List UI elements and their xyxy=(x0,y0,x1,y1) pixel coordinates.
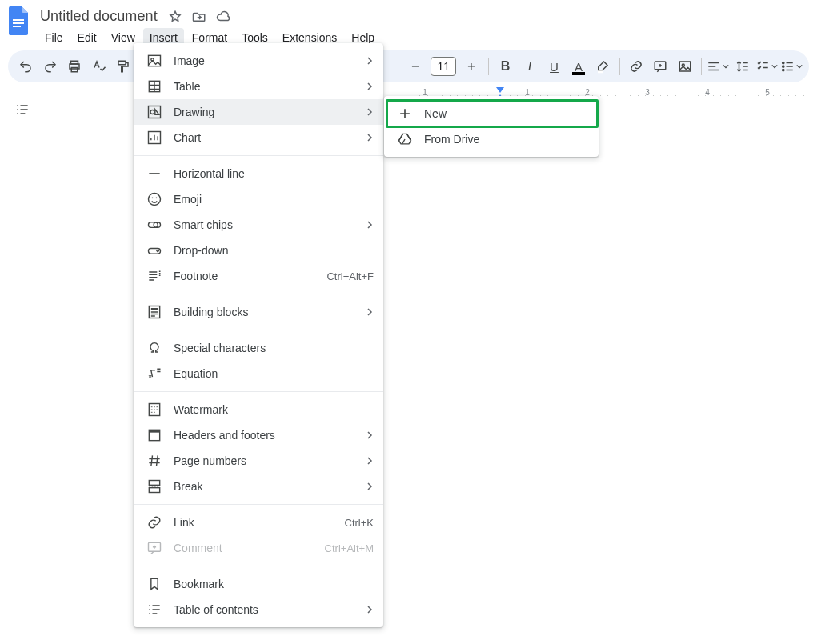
svg-text:π: π xyxy=(149,374,153,379)
italic-button[interactable]: I xyxy=(519,54,541,78)
menu-item-chart[interactable]: Chart xyxy=(134,125,383,150)
increase-font-size-button[interactable] xyxy=(459,54,483,78)
toolbar-separator xyxy=(619,58,620,75)
align-button[interactable] xyxy=(707,54,729,78)
show-outline-button[interactable] xyxy=(9,96,36,123)
menu-item-building-blocks[interactable]: Building blocks xyxy=(134,299,383,325)
document-page[interactable] xyxy=(419,96,817,644)
menu-item-special-characters[interactable]: Special characters xyxy=(134,335,383,361)
redo-button[interactable] xyxy=(38,54,61,78)
menu-item-label: Comment xyxy=(174,542,314,554)
headers-icon xyxy=(146,427,162,443)
line-spacing-button[interactable] xyxy=(731,54,754,78)
chart-icon xyxy=(146,130,162,146)
submenu-arrow-icon xyxy=(366,218,374,231)
decrease-font-size-button[interactable] xyxy=(403,54,427,78)
menu-item-label: Drop-down xyxy=(174,244,374,257)
first-line-indent-marker-icon[interactable] xyxy=(496,87,504,93)
menu-item-horizontal-line[interactable]: Horizontal line xyxy=(134,161,383,186)
insert-image-button[interactable] xyxy=(674,54,696,78)
menu-item-drawing[interactable]: Drawing xyxy=(134,99,383,125)
break-icon xyxy=(146,478,162,494)
submenu-arrow-icon xyxy=(366,480,374,493)
svg-rect-8 xyxy=(679,62,691,71)
menu-item-label: Equation xyxy=(174,367,374,380)
star-icon[interactable] xyxy=(167,9,183,25)
chips-icon xyxy=(146,217,162,233)
svg-point-21 xyxy=(156,198,158,199)
move-icon[interactable] xyxy=(191,9,207,25)
menu-item-label: Table of contents xyxy=(174,603,354,616)
cloud-status-icon[interactable] xyxy=(215,9,231,25)
bulleted-list-button[interactable] xyxy=(780,54,803,78)
blocks-icon xyxy=(146,304,162,320)
menu-separator xyxy=(134,391,383,392)
drive-icon xyxy=(397,131,413,147)
menu-item-label: Table xyxy=(174,80,354,93)
menu-item-drop-down[interactable]: Drop-down xyxy=(134,238,383,263)
menu-separator xyxy=(134,566,383,566)
left-gutter xyxy=(0,96,45,123)
menu-separator xyxy=(134,330,383,330)
text-color-button[interactable]: A xyxy=(567,54,590,78)
toolbar-separator xyxy=(488,58,489,75)
svg-point-10 xyxy=(782,62,783,63)
undo-button[interactable] xyxy=(14,54,37,78)
underline-button[interactable]: U xyxy=(543,54,565,78)
menu-item-link[interactable]: LinkCtrl+K xyxy=(134,510,383,535)
toolbar-separator xyxy=(701,58,702,75)
menu-item-table[interactable]: Table xyxy=(134,74,383,99)
add-comment-button[interactable] xyxy=(649,54,671,78)
menu-item-label: Drawing xyxy=(174,106,354,118)
dropdown-icon xyxy=(146,242,162,258)
submenu-item-label: New xyxy=(424,107,589,120)
menu-separator xyxy=(134,504,383,505)
menu-item-watermark[interactable]: Watermark xyxy=(134,397,383,422)
paint-format-button[interactable] xyxy=(112,54,134,78)
toc-icon xyxy=(146,602,162,618)
document-title[interactable]: Untitled document xyxy=(38,6,159,26)
menu-item-shortcut: Ctrl+Alt+M xyxy=(325,542,374,554)
menu-item-equation[interactable]: πEquation xyxy=(134,361,383,386)
footnote-icon xyxy=(146,268,162,284)
submenu-arrow-icon xyxy=(366,80,374,93)
insert-link-button[interactable] xyxy=(625,54,647,78)
svg-rect-31 xyxy=(149,481,159,486)
menubar-item-edit[interactable]: Edit xyxy=(71,28,103,47)
menu-item-page-numbers[interactable]: Page numbers xyxy=(134,448,383,474)
docs-logo[interactable] xyxy=(3,5,35,37)
menu-item-break[interactable]: Break xyxy=(134,474,383,499)
highlight-color-button[interactable] xyxy=(591,54,614,78)
table-icon xyxy=(146,78,162,94)
submenu-item-new[interactable]: New xyxy=(384,101,599,126)
submenu-arrow-icon xyxy=(366,603,374,616)
image-icon xyxy=(146,53,162,69)
font-size-input[interactable]: 11 xyxy=(431,57,456,76)
link-icon xyxy=(146,514,162,530)
menu-item-label: Watermark xyxy=(174,403,374,416)
emoji-icon xyxy=(146,191,162,207)
menu-item-emoji[interactable]: Emoji xyxy=(134,186,383,212)
menu-item-smart-chips[interactable]: Smart chips xyxy=(134,212,383,238)
svg-rect-32 xyxy=(149,488,159,493)
checklist-button[interactable] xyxy=(755,54,778,78)
menu-item-label: Chart xyxy=(174,131,354,144)
plus-icon xyxy=(397,106,413,122)
menubar-item-file[interactable]: File xyxy=(38,28,70,47)
print-button[interactable] xyxy=(63,54,86,78)
menu-item-image[interactable]: Image xyxy=(134,48,383,74)
spellcheck-button[interactable] xyxy=(87,54,110,78)
submenu-item-from-drive[interactable]: From Drive xyxy=(384,126,599,152)
menu-item-table-of-contents[interactable]: Table of contents xyxy=(134,597,383,622)
comment-icon xyxy=(146,540,162,556)
text-cursor xyxy=(499,165,499,179)
menu-separator xyxy=(134,155,383,156)
submenu-item-label: From Drive xyxy=(424,133,589,146)
document-canvas[interactable] xyxy=(419,96,817,644)
menu-item-headers-and-footers[interactable]: Headers and footers xyxy=(134,422,383,448)
hr-icon xyxy=(146,166,162,182)
menu-item-footnote[interactable]: FootnoteCtrl+Alt+F xyxy=(134,263,383,289)
menu-item-shortcut: Ctrl+Alt+F xyxy=(326,270,374,282)
menu-item-bookmark[interactable]: Bookmark xyxy=(134,571,383,597)
bold-button[interactable]: B xyxy=(494,54,516,78)
